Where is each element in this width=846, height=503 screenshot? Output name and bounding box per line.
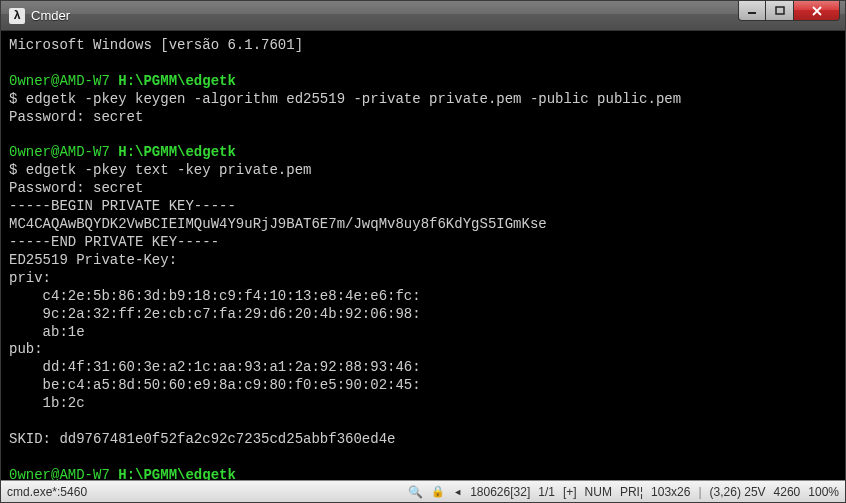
prompt-path: H:\PGMM\edgetk — [118, 144, 236, 160]
output-line: Password: secret — [9, 180, 143, 196]
close-button[interactable] — [794, 1, 840, 21]
prompt-user: 0wner@AMD-W7 — [9, 144, 110, 160]
window-buttons — [738, 1, 840, 21]
output-line: Password: secret — [9, 109, 143, 125]
statusbar: cmd.exe*:5460 🔍 🔒 ◄ 180626[32] 1/1 [+] N… — [1, 480, 845, 502]
output-line: -----END PRIVATE KEY----- — [9, 234, 219, 250]
maximize-icon — [775, 6, 785, 16]
output-line: be:c4:a5:8d:50:60:e9:8a:c9:80:f0:e5:90:0… — [9, 377, 421, 393]
status-cursor: (3,26) 25V — [710, 485, 766, 499]
app-lambda-icon: λ — [9, 8, 25, 24]
titlebar[interactable]: λ Cmder — [1, 1, 845, 31]
output-line: 1b:2c — [9, 395, 85, 411]
minimize-icon — [747, 6, 757, 16]
svg-rect-0 — [748, 12, 756, 14]
prompt-user: 0wner@AMD-W7 — [9, 467, 110, 480]
window-title: Cmder — [31, 8, 738, 23]
prompt-user: 0wner@AMD-W7 — [9, 73, 110, 89]
status-pos: 180626[32] — [470, 485, 530, 499]
output-line: 9c:2a:32:ff:2e:cb:c7:fa:29:d6:20:4b:92:0… — [9, 306, 421, 322]
output-line: dd:4f:31:60:3e:a2:1c:aa:93:a1:2a:92:88:9… — [9, 359, 421, 375]
status-size: 103x26 — [651, 485, 690, 499]
svg-rect-1 — [776, 7, 784, 14]
output-line: MC4CAQAwBQYDK2VwBCIEIMQuW4Y9uRjJ9BAT6E7m… — [9, 216, 547, 232]
search-icon[interactable]: 🔍 — [408, 485, 423, 499]
output-line: -----BEGIN PRIVATE KEY----- — [9, 198, 236, 214]
output-line: c4:2e:5b:86:3d:b9:18:c9:f4:10:13:e8:4e:e… — [9, 288, 421, 304]
minimize-button[interactable] — [738, 1, 766, 21]
output-line: ab:1e — [9, 324, 85, 340]
status-process[interactable]: cmd.exe*:5460 — [7, 485, 408, 499]
status-ratio: 1/1 — [538, 485, 555, 499]
status-mem: 4260 — [774, 485, 801, 499]
status-num: NUM — [585, 485, 612, 499]
maximize-button[interactable] — [766, 1, 794, 21]
terminal-area[interactable]: Microsoft Windows [versão 6.1.7601] 0wne… — [1, 31, 845, 480]
command-text: edgetk -pkey text -key private.pem — [26, 162, 312, 178]
close-icon — [811, 6, 823, 16]
status-sep: | — [698, 485, 701, 499]
output-line: SKID: dd9767481e0f52fa2c92c7235cd25abbf3… — [9, 431, 395, 447]
prompt-symbol: $ — [9, 91, 17, 107]
app-window: λ Cmder Microsoft Windows [versão 6.1.76… — [0, 0, 846, 503]
prompt-symbol: $ — [9, 162, 17, 178]
triangle-left-icon: ◄ — [453, 487, 462, 497]
command-text: edgetk -pkey keygen -algorithm ed25519 -… — [26, 91, 681, 107]
status-pri: PRI¦ — [620, 485, 643, 499]
status-plus[interactable]: [+] — [563, 485, 577, 499]
status-pct: 100% — [808, 485, 839, 499]
prompt-path: H:\PGMM\edgetk — [118, 467, 236, 480]
lock-icon[interactable]: 🔒 — [431, 485, 445, 498]
output-line: ED25519 Private-Key: — [9, 252, 177, 268]
output-line: pub: — [9, 341, 43, 357]
terminal-banner: Microsoft Windows [versão 6.1.7601] — [9, 37, 303, 53]
prompt-path: H:\PGMM\edgetk — [118, 73, 236, 89]
output-line: priv: — [9, 270, 51, 286]
